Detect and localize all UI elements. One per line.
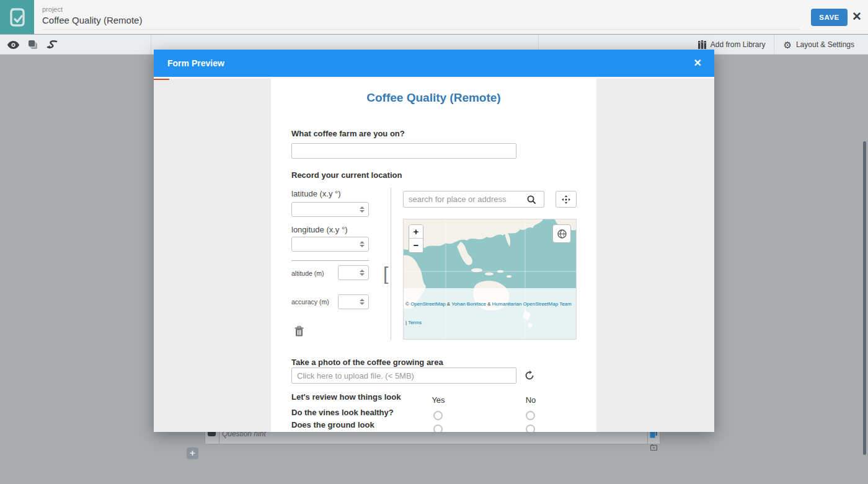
question-farm-input[interactable] bbox=[291, 143, 516, 159]
refresh-icon bbox=[525, 371, 534, 381]
form-title: Coffee Quality (Remote) bbox=[271, 91, 596, 105]
search-icon bbox=[527, 195, 536, 204]
question-location-label: Record your current location bbox=[291, 170, 402, 180]
zoom-out-button[interactable]: − bbox=[409, 239, 423, 252]
column-header-yes: Yes bbox=[412, 395, 464, 405]
toolbar-left-icons bbox=[7, 35, 58, 55]
attribution-text: & bbox=[486, 301, 492, 307]
reload-upload-button[interactable] bbox=[525, 371, 534, 383]
modal-title: Form Preview bbox=[167, 58, 224, 68]
crosshair-locate-icon bbox=[562, 195, 570, 204]
globe-icon bbox=[557, 229, 567, 239]
longitude-label: longitude (x.y °) bbox=[291, 225, 347, 234]
map-zoom-control: + − bbox=[409, 224, 423, 253]
form-progress-bar bbox=[154, 77, 169, 80]
terms-link[interactable]: Terms bbox=[408, 320, 422, 325]
column-header-no: No bbox=[505, 395, 557, 405]
modal-header: Form Preview ✕ bbox=[154, 50, 714, 77]
yohan-link[interactable]: Yohan Boniface bbox=[451, 301, 486, 307]
preview-eye-icon[interactable] bbox=[7, 41, 19, 49]
radio-ground-no[interactable] bbox=[526, 425, 535, 432]
radio-vines-no[interactable] bbox=[526, 411, 535, 420]
number-spinner-icon[interactable] bbox=[359, 299, 365, 305]
latitude-field bbox=[291, 202, 369, 217]
modal-body: Coffee Quality (Remote) What coffee farm… bbox=[154, 77, 714, 432]
table-group-label: Let's review how things look bbox=[291, 392, 401, 402]
save-button[interactable]: SAVE bbox=[811, 9, 848, 26]
attribution-text: & bbox=[446, 301, 452, 307]
geo-divider bbox=[291, 260, 369, 261]
number-spinner-icon[interactable] bbox=[359, 270, 365, 276]
zoom-in-button[interactable]: + bbox=[409, 225, 423, 239]
toolbar-separator bbox=[151, 35, 151, 55]
osm-link[interactable]: OpenStreetMap bbox=[410, 301, 445, 307]
modal-close-icon[interactable]: ✕ bbox=[694, 57, 702, 69]
layout-settings-button[interactable]: ⚙ Layout & Settings bbox=[774, 35, 863, 55]
map-search-button[interactable] bbox=[518, 191, 544, 208]
geo-bracket-glyph: [ bbox=[383, 263, 388, 284]
number-spinner-icon[interactable] bbox=[359, 206, 365, 213]
app-window: project Coffee Quality (Remote) SAVE ✕ bbox=[0, 0, 868, 484]
add-to-library-file-icon[interactable] bbox=[650, 442, 657, 453]
longitude-field bbox=[291, 237, 369, 252]
altitude-field bbox=[338, 265, 369, 280]
close-editor-icon[interactable]: ✕ bbox=[852, 10, 862, 24]
accuracy-label: accuracy (m) bbox=[291, 298, 329, 306]
altitude-label: altitude (m) bbox=[291, 270, 324, 277]
map-widget[interactable]: + − © OpenStreetMap & Yohan Boniface & H… bbox=[403, 219, 577, 340]
kobo-logo[interactable] bbox=[0, 0, 34, 34]
add-question-button[interactable]: + bbox=[187, 447, 198, 459]
map-search-input[interactable] bbox=[403, 191, 519, 208]
top-bar: project Coffee Quality (Remote) SAVE ✕ bbox=[0, 0, 868, 34]
table-row-label: Does the ground look healthy? bbox=[291, 420, 391, 432]
latitude-label: latitude (x.y °) bbox=[291, 189, 341, 198]
duplicate-layers-icon[interactable] bbox=[28, 40, 38, 50]
toolbar-separator bbox=[774, 35, 774, 55]
clipboard-check-icon bbox=[8, 7, 27, 28]
trash-icon bbox=[294, 326, 304, 337]
accuracy-field bbox=[338, 294, 369, 309]
radio-vines-yes[interactable] bbox=[433, 411, 443, 420]
attribution-text: © bbox=[405, 301, 410, 307]
form-logic-icon[interactable] bbox=[46, 40, 58, 50]
question-photo-label: Take a photo of the coffee growing area bbox=[291, 358, 443, 367]
number-spinner-icon[interactable] bbox=[359, 241, 365, 247]
question-farm-label: What coffee farm are you on? bbox=[291, 129, 405, 138]
hot-link[interactable]: Humanitarian OpenStreetMap Team bbox=[492, 301, 572, 307]
latitude-input[interactable] bbox=[291, 202, 369, 217]
layout-settings-label: Layout & Settings bbox=[796, 40, 854, 49]
map-layers-button[interactable] bbox=[552, 224, 571, 243]
photo-upload-field[interactable] bbox=[291, 367, 516, 384]
longitude-input[interactable] bbox=[291, 237, 369, 252]
geo-column-divider bbox=[391, 188, 391, 340]
project-title-field[interactable]: Coffee Quality (Remote) bbox=[42, 15, 800, 30]
project-type-label: project bbox=[42, 6, 63, 13]
gear-icon: ⚙ bbox=[783, 40, 791, 50]
map-attribution: © OpenStreetMap & Yohan Boniface & Human… bbox=[404, 288, 576, 339]
radio-ground-yes[interactable] bbox=[433, 425, 443, 432]
add-from-library-label: Add from Library bbox=[711, 40, 766, 49]
library-books-icon bbox=[698, 40, 706, 49]
page-scrollbar[interactable] bbox=[863, 141, 866, 455]
form-preview-modal: Form Preview ✕ Coffee Quality (Remote) W… bbox=[154, 50, 714, 432]
table-row-label: Do the vines look healthy? bbox=[291, 408, 409, 417]
detect-location-button[interactable] bbox=[556, 191, 577, 208]
toolbar-right: Add from Library ⚙ Layout & Settings bbox=[689, 35, 863, 55]
clear-location-button[interactable] bbox=[294, 326, 304, 339]
